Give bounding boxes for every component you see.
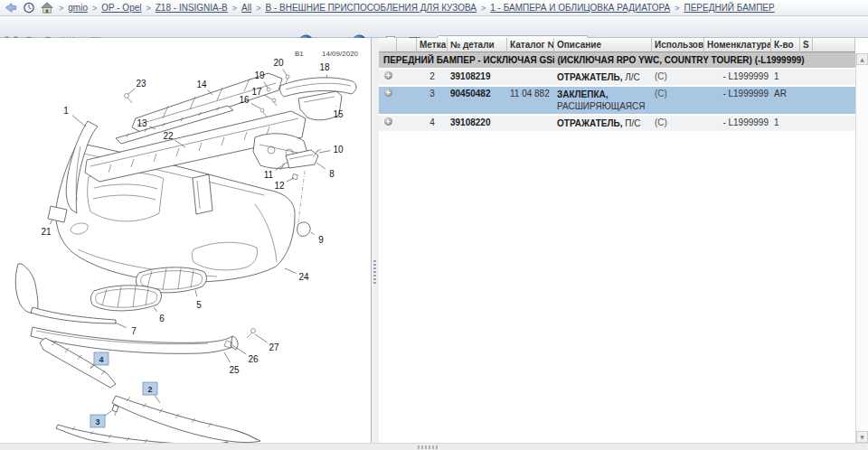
diagram-callout-16[interactable]: 16 [239,95,250,105]
mark-cell: 3 [417,87,448,114]
mark-cell: 2 [417,70,448,85]
breadcrumb-item[interactable]: 1 - БАМПЕРА И ОБЛИЦОВКА РАДИАТОРА [490,3,670,13]
callout-leader-line [285,268,297,274]
part-number-cell: 39108219 [448,70,507,85]
callout-leader-line [316,163,326,169]
diagram-callout-6[interactable]: 6 [159,314,165,323]
breadcrumb-item[interactable]: All [241,3,251,13]
callout-leader-line [128,89,135,94]
diagram-callout-11[interactable]: 11 [264,170,274,180]
callout-leader-line [104,411,111,417]
nomenclature-cell: - L1999999 [704,116,771,131]
diagram-callout-4[interactable]: 4 [99,355,103,364]
table-row[interactable]: 239108219ОТРАЖАТЕЛЬ, Л/С(C)- L19999991 [379,70,855,87]
breadcrumb-item[interactable]: Z18 - INSIGNIA-B [156,3,228,13]
breadcrumb-item[interactable]: gmio [68,3,88,13]
diagram-callout-23[interactable]: 23 [136,79,146,89]
scroll-up-icon[interactable]: ▲ [856,53,868,65]
exploded-parts-diagram[interactable]: 1231420191817161513221011812924215672726… [0,38,371,443]
diagram-lineart [15,73,356,443]
diagram-callout-27[interactable]: 27 [269,342,279,352]
s-cell [800,87,813,114]
spacer-cell [397,70,417,85]
expand-cell [379,116,397,131]
column-header-empty [379,38,397,52]
expand-icon[interactable] [384,71,392,80]
column-header-1[interactable]: Метка [417,38,448,52]
diagram-callout-17[interactable]: 17 [251,87,262,97]
breadcrumb-separator-icon: > [481,4,486,13]
group-header-row: ПЕРЕДНИЙ БАМПЕР - ИСКЛЮЧАЯ GSi (ИСКЛЮЧАЯ… [379,52,855,70]
diagram-callout-9[interactable]: 9 [318,235,324,245]
diagram-callout-20[interactable]: 20 [273,58,284,68]
diagram-callout-2[interactable]: 2 [147,385,152,394]
back-arrow-icon[interactable] [4,1,18,14]
splitter-grip-icon[interactable] [373,260,376,284]
qty-cell: 1 [771,70,800,85]
nomenclature-cell: - L1999999 [704,70,771,85]
bottom-splitter-bar[interactable] [0,443,868,450]
catalog-number-cell [507,116,554,131]
table-row[interactable]: 439108220ОТРАЖАТЕЛЬ, П/С(C)- L19999991 [379,116,855,133]
diagram-callout-15[interactable]: 15 [333,109,344,119]
expand-icon[interactable] [384,89,392,97]
diagram-callout-5[interactable]: 5 [196,300,202,310]
history-clock-icon[interactable] [22,1,36,14]
part-number-cell: 90450482 [448,87,507,114]
column-header-3[interactable]: Каталог № [507,38,554,52]
diagram-pane[interactable]: B1 14/09/2020 [0,38,372,443]
callout-leader-line [195,290,197,296]
diagram-callout-19[interactable]: 19 [254,70,265,80]
fill-cell [813,87,855,114]
breadcrumb-item[interactable]: OP - Opel [101,3,141,13]
column-header-6[interactable]: Номенклатура [704,38,771,52]
diagram-callout-10[interactable]: 10 [333,145,344,155]
callout-leader-line [255,334,268,342]
diagram-callout-7[interactable]: 7 [131,326,137,336]
part-number-cell: 39108220 [448,116,507,131]
column-header-7[interactable]: К-во [771,38,800,52]
diagram-callout-1[interactable]: 1 [63,106,69,116]
diagram-callout-25[interactable]: 25 [229,365,240,375]
bottom-grip-icon[interactable] [418,445,438,449]
column-header-8[interactable]: S [800,38,813,52]
breadcrumb-item[interactable]: ПЕРЕДНИЙ БАМПЕР [684,3,774,13]
s-cell [800,70,813,85]
column-header-4[interactable]: Описание [554,38,652,52]
home-icon[interactable] [40,1,54,14]
breadcrumb-bar: > gmio>OP - Opel>Z18 - INSIGNIA-B>All>B … [0,0,868,16]
fill-cell [813,70,855,85]
scroll-down-icon[interactable]: ▼ [856,431,868,443]
column-header-5[interactable]: Использов... [652,38,704,52]
callout-leader-line [154,307,157,312]
breadcrumb-separator-icon: > [675,4,679,13]
diagram-callout-18[interactable]: 18 [319,62,330,72]
description-cell: ОТРАЖАТЕЛЬ, П/С [554,116,652,131]
diagram-callout-21[interactable]: 21 [41,227,52,237]
expand-icon[interactable] [384,117,392,126]
column-header-empty [397,38,417,52]
diagram-callout-24[interactable]: 24 [298,272,309,282]
mark-cell: 4 [417,116,448,131]
diagram-callout-8[interactable]: 8 [329,169,335,179]
column-header-empty [813,38,855,52]
diagram-callout-14[interactable]: 14 [196,80,207,89]
diagram-callout-3[interactable]: 3 [95,417,99,427]
diagram-callout-12[interactable]: 12 [274,181,285,191]
qty-cell: 1 [771,116,800,131]
breadcrumb-item[interactable]: B - ВНЕШНИЕ ПРИСПОСОБЛЕНИЯ ДЛЯ КУЗОВА [265,3,476,13]
spacer-cell [397,116,417,131]
callout-leader-line [311,232,315,235]
diagram-callout-13[interactable]: 13 [137,118,147,128]
diagram-callout-22[interactable]: 22 [163,131,174,141]
table-row[interactable]: 39045048211 04 882ЗАКЛЕПКА,РАСШИРЯЮЩАЯСЯ… [379,87,855,116]
callout-leader-line [251,103,260,108]
column-header-2[interactable]: № детали [448,38,507,52]
toolbar: 1 из 15 Счетчик элементов: 3 [0,16,868,38]
diagram-callout-26[interactable]: 26 [248,354,259,364]
callout-leader-line [72,116,86,127]
table-header-row: Метка№ деталиКаталог №ОписаниеИспользов.… [379,38,855,52]
callout-leader-line [287,178,294,182]
table-vertical-scrollbar[interactable]: ▲ ▼ [855,53,868,443]
callout-leader-line [232,345,247,354]
